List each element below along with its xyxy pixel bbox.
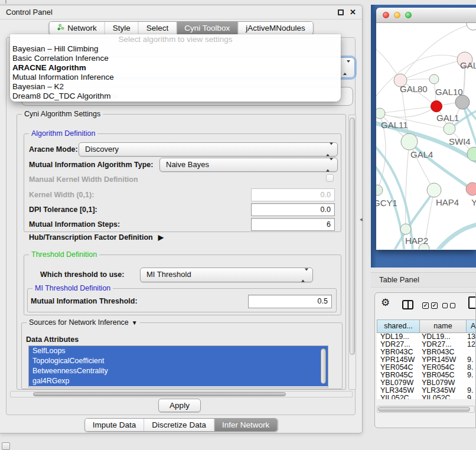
aracne-mode-combo[interactable]: Discovery — [79, 142, 338, 156]
mi-type-label: Mutual Information Algorithm Type: — [29, 160, 153, 169]
export-table-icon[interactable] — [468, 296, 476, 309]
minimize-traffic-light[interactable] — [394, 12, 400, 18]
panel-resize-handle[interactable] — [360, 218, 363, 221]
manual-kernel-checkbox[interactable] — [326, 174, 334, 182]
dpi-tolerance-field[interactable]: 0.0 — [251, 203, 335, 216]
threshold-definition-title: Threshold Definition — [29, 250, 99, 259]
list-scrollbar-thumb[interactable] — [321, 348, 326, 384]
node-partial-top[interactable] — [467, 23, 476, 30]
bottom-tab-impute-data[interactable]: Impute Data — [85, 419, 145, 431]
node-red-node[interactable] — [431, 101, 442, 112]
tab-label: Select — [146, 22, 169, 34]
network-edge — [380, 106, 436, 117]
cell: 12 — [467, 341, 475, 348]
table-scrollbar-thumb[interactable] — [378, 407, 470, 412]
combo-spinner-icon — [326, 145, 333, 154]
mi-threshold-label: Mutual Information Threshold: — [31, 296, 138, 306]
node-gal11[interactable] — [376, 108, 385, 119]
column-header-shared[interactable]: shared... — [377, 319, 420, 333]
select-all-columns-icon[interactable]: ✓ ✓ — [422, 302, 438, 309]
mi-threshold-field[interactable]: 0.5 — [248, 295, 332, 308]
vertical-scrollbar-thumb[interactable] — [350, 118, 355, 355]
algorithm-dropdown-popup: Select algorithm to view settings Bayesi… — [10, 34, 341, 102]
network-window-titlebar — [376, 8, 476, 23]
tab-select[interactable]: Select — [139, 22, 177, 34]
node-gal10[interactable] — [429, 74, 439, 84]
close-traffic-light[interactable] — [383, 12, 389, 18]
node-gal4[interactable] — [401, 133, 418, 150]
bottom-tab-discretize-data[interactable]: Discretize Data — [144, 419, 214, 431]
algorithm-option-bayesian-hill-climbing[interactable]: Bayesian – Hill Climbing — [10, 44, 341, 54]
which-threshold-combo[interactable]: MI Threshold — [140, 268, 313, 282]
edge-tick — [5, 0, 6, 4]
network-edge — [400, 24, 473, 80]
node-pink-right[interactable] — [466, 182, 476, 195]
kernel-width-field[interactable]: 0.0 — [251, 188, 335, 201]
zoom-traffic-light[interactable] — [405, 12, 412, 18]
combo-spinner-icon — [326, 161, 333, 169]
settings-vertical-scrollbar[interactable] — [348, 115, 356, 390]
network-canvas[interactable]: GALGAL80GAL10GAL1GAL11SWI4GAL4GCY1HAP4YH… — [376, 23, 476, 249]
node-hap2[interactable] — [400, 224, 411, 234]
tab-label: Impute Data — [93, 419, 136, 431]
close-icon[interactable]: ✕ — [350, 7, 356, 18]
cyni-bottom-tab-bar: Impute DataDiscretize DataInfer Network — [84, 418, 278, 432]
mi-type-combo[interactable]: Naive Bayes — [159, 158, 338, 172]
algorithm-option-bayesian-k2[interactable]: Bayesian – K2 — [10, 82, 341, 92]
tab-jactivemnodules[interactable]: jActiveMNodules — [238, 22, 313, 34]
column-header-a[interactable]: A — [466, 319, 476, 333]
deselect-all-columns-icon[interactable] — [442, 303, 455, 308]
tab-label: Discretize Data — [152, 419, 206, 431]
unchecked-box-icon — [450, 303, 455, 308]
node-gcy1[interactable] — [376, 185, 383, 195]
table-horizontal-scrollbar[interactable] — [377, 406, 475, 413]
tab-network[interactable]: Network — [49, 22, 105, 34]
node-label-gal4: GAL4 — [410, 149, 433, 159]
hub-definition-label: Hub/Transcription Factor Definition — [29, 233, 153, 242]
expander-arrow-icon: ▶ — [158, 233, 164, 242]
tab-label: jActiveMNodules — [246, 22, 305, 34]
node-gray-node[interactable] — [455, 95, 470, 109]
attribute-topologicalcoefficient[interactable]: TopologicalCoefficient — [29, 356, 328, 366]
settings-horizontal-scrollbar[interactable] — [10, 391, 353, 397]
which-threshold-label: Which threshold to use: — [40, 270, 124, 279]
data-attributes-list[interactable]: SelfLoopsTopologicalCoefficientBetweenne… — [28, 345, 328, 387]
tab-label: Infer Network — [222, 419, 269, 431]
bottom-tab-infer-network[interactable]: Infer Network — [214, 419, 277, 431]
column-header-name[interactable]: name — [419, 319, 467, 333]
docked-panel-icon[interactable] — [2, 442, 10, 450]
attribute-gal4rgexp[interactable]: gal4RGexp — [29, 376, 328, 386]
node-label-gal11: GAL11 — [381, 120, 408, 130]
float-window-icon[interactable] — [338, 9, 344, 15]
node-swi4[interactable] — [467, 147, 476, 161]
node-hap4[interactable] — [427, 183, 441, 197]
gear-icon[interactable]: ⚙ — [381, 297, 390, 309]
control-panel-tab-bar: NetworkStyleSelectCyni ToolboxjActiveMNo… — [48, 21, 314, 35]
node-label-swi4: SWI4 — [449, 136, 471, 146]
kernel-width-value: 0.0 — [252, 189, 331, 201]
node-label-gal80: GAL80 — [400, 84, 428, 94]
algorithm-option-basic-correlation-inference[interactable]: Basic Correlation Inference — [10, 54, 341, 63]
node-gal1[interactable] — [444, 123, 455, 135]
table-row[interactable]: YIL052CYIL052C9 — [377, 394, 476, 399]
cell: 9. — [467, 371, 473, 379]
tab-label: Network — [67, 22, 97, 34]
attribute-selfloops[interactable]: SelfLoops — [29, 346, 328, 356]
combo-spinner-icon — [343, 63, 350, 73]
apply-button[interactable]: Apply — [158, 399, 201, 412]
network-edge — [380, 106, 436, 113]
column-layout-icon[interactable] — [402, 300, 413, 309]
hub-definition-expander[interactable]: Hub/Transcription Factor Definition ▶ — [29, 233, 164, 242]
horizontal-scrollbar-thumb[interactable] — [33, 392, 286, 396]
column-header-label: A — [471, 322, 475, 330]
control-panel-titlebar: Control Panel ✕ — [0, 5, 362, 19]
algorithm-option-dream8-dc-tdc-algorithm[interactable]: Dream8 DC_TDC Algorithm — [10, 92, 341, 101]
dropdown-item-list: Bayesian – Hill ClimbingBasic Correlatio… — [10, 44, 341, 101]
node-label-gcy1: GCY1 — [376, 198, 397, 208]
algorithm-option-aracne-algorithm[interactable]: ARACNE Algorithm — [10, 63, 341, 73]
tab-style[interactable]: Style — [105, 22, 139, 34]
attribute-betweennesscentrality[interactable]: BetweennessCentrality — [29, 366, 328, 376]
mi-steps-field[interactable]: 6 — [251, 218, 335, 231]
algorithm-option-mutual-information-inference[interactable]: Mutual Information Inference — [10, 73, 341, 82]
tab-cyni-toolbox[interactable]: Cyni Toolbox — [177, 22, 238, 34]
